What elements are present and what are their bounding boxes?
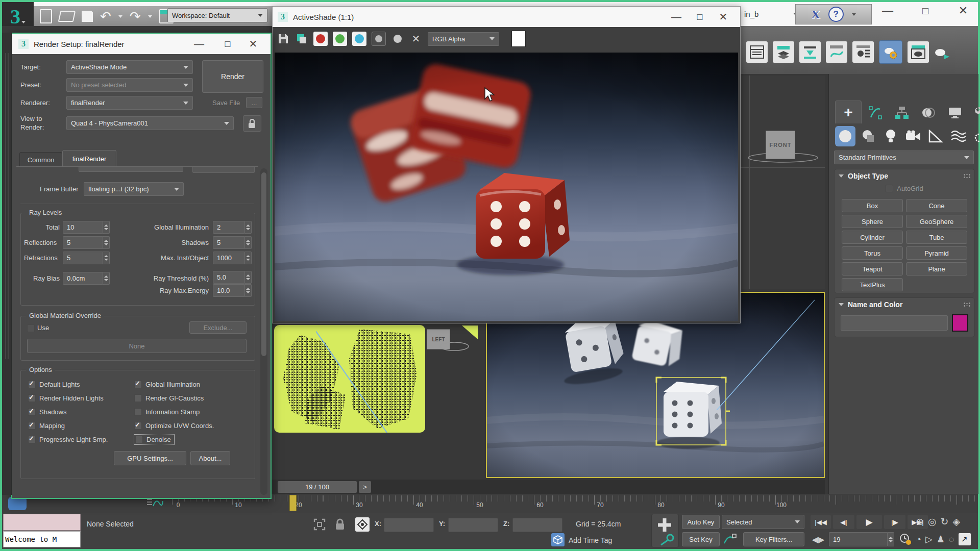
activeshade-titlebar[interactable]: 3 ActiveShade (1:1) — □ ✕ (273, 7, 740, 27)
help-icon[interactable]: ? (828, 7, 844, 22)
frame-spinner-arrows-icon[interactable] (888, 532, 894, 546)
primitive-button-torus[interactable]: Torus (842, 246, 903, 260)
object-name-field[interactable] (841, 315, 948, 331)
primitive-button-sphere[interactable]: Sphere (842, 215, 903, 228)
max-inst-value[interactable]: 1000 (213, 252, 245, 264)
y-coord-field[interactable] (448, 518, 498, 532)
main-minimize-button[interactable]: — (876, 4, 899, 17)
maxscript-listener-white[interactable]: Welcome to M (3, 531, 81, 547)
workspace-dropdown[interactable]: Workspace: Default (167, 8, 267, 22)
transform-typein-icon[interactable] (355, 517, 370, 532)
frame-buffer-dropdown[interactable]: floating p...t (32 bpc) (84, 182, 184, 196)
z-coord-field[interactable] (512, 518, 562, 532)
clear-image-icon[interactable]: ✕ (409, 32, 423, 45)
autogrid-checkbox[interactable] (886, 185, 893, 192)
primitive-button-geosphere[interactable]: GeoSphere (906, 215, 967, 228)
set-key-button[interactable]: Set Key (682, 532, 720, 546)
reflections-spinner[interactable]: 5 (63, 236, 110, 249)
category-shapes-icon[interactable] (859, 126, 878, 146)
next-frame-button[interactable]: > (359, 481, 371, 493)
override-use-checkbox[interactable] (27, 324, 35, 332)
open-file-icon[interactable] (58, 11, 76, 22)
zoom-icon[interactable]: ⊕ (916, 516, 924, 528)
option-information-stamp[interactable]: Information Stamp (134, 408, 200, 416)
x-coord-field[interactable] (384, 518, 434, 532)
option-shadows[interactable]: Shadows (28, 408, 66, 416)
play-button[interactable]: ▶ (856, 515, 882, 529)
refractions-spinner[interactable]: 5 (63, 252, 110, 264)
walk-through-icon[interactable]: ♟ (937, 534, 945, 545)
about-button[interactable]: About... (190, 451, 230, 465)
isolate-selection-icon[interactable] (312, 518, 327, 531)
undo-icon[interactable]: ↶ (100, 10, 111, 23)
red-channel-toggle[interactable] (313, 32, 328, 46)
channel-display-dropdown[interactable]: RGB Alpha (428, 32, 499, 46)
primitive-button-cone[interactable]: Cone (906, 199, 967, 212)
curve-editor-icon[interactable] (826, 41, 847, 63)
help-caret-icon[interactable] (852, 13, 856, 16)
gpu-settings-button[interactable]: GPU Settings... (114, 451, 186, 465)
render-gi-caustics-checkbox[interactable] (134, 394, 142, 402)
option-render-gi-caustics[interactable]: Render GI-Caustics (134, 394, 204, 402)
viewport-left[interactable] (274, 325, 425, 433)
render-button[interactable]: Render (202, 60, 263, 93)
category-systems-icon[interactable] (971, 126, 980, 146)
shadows-checkbox[interactable] (28, 408, 36, 416)
blue-channel-toggle[interactable] (352, 32, 366, 46)
category-spacewarps-icon[interactable] (948, 126, 968, 146)
total-value[interactable]: 10 (63, 221, 103, 234)
activeshade-minimize-button[interactable]: — (665, 11, 688, 23)
max-inst-spinner[interactable]: 1000 (213, 252, 252, 264)
create-key-button[interactable] (651, 514, 679, 547)
primitive-category-dropdown[interactable]: Standard Primitives (834, 151, 974, 164)
option-default-lights[interactable]: Default Lights (28, 381, 80, 388)
renderer-dropdown[interactable]: finalRender (66, 96, 193, 110)
category-helpers-icon[interactable] (926, 126, 945, 146)
gi-levels-value[interactable]: 2 (213, 221, 245, 234)
monochrome-toggle[interactable] (391, 32, 404, 45)
exchange-icon[interactable]: X (811, 8, 820, 21)
zoom-region-icon[interactable]: ◈ (952, 516, 960, 528)
shadows-levels-spinner[interactable]: 5 (213, 236, 252, 249)
object-color-swatch[interactable] (952, 314, 968, 332)
progressive-light-checkbox[interactable] (28, 436, 36, 443)
option-optimize-uvw[interactable]: Optimize UVW Coords. (134, 422, 214, 430)
refractions-value[interactable]: 5 (63, 252, 103, 264)
ray-max-energy-spinner[interactable]: 10.0 (213, 284, 252, 297)
ribbon-toggle-icon[interactable] (799, 41, 821, 63)
rollout-grip-icon[interactable] (963, 302, 970, 307)
redo-caret-icon[interactable] (148, 15, 152, 18)
save-file-icon[interactable] (82, 11, 93, 22)
rollout-grip-icon[interactable] (963, 173, 970, 179)
clone-rendered-frame-icon[interactable] (295, 32, 308, 45)
tab-utilities[interactable] (969, 103, 980, 123)
render-production-icon[interactable] (934, 41, 949, 63)
auto-key-button[interactable]: Auto Key (682, 515, 720, 529)
save-file-browse-button[interactable]: ... (246, 97, 262, 108)
green-channel-toggle[interactable] (333, 32, 347, 46)
next-frame-step-button[interactable]: |▶ (884, 515, 905, 529)
denoise-checkbox[interactable] (135, 436, 143, 443)
previous-frame-button[interactable]: ◀| (833, 515, 854, 529)
tab-motion[interactable] (916, 103, 941, 123)
category-geometry-icon[interactable] (835, 126, 855, 146)
layer-explorer-icon[interactable] (773, 41, 794, 63)
key-filters-button[interactable]: Key Filters... (743, 532, 804, 546)
default-lights-checkbox[interactable] (28, 381, 36, 388)
tab-modify[interactable] (863, 103, 888, 123)
total-spinner[interactable]: 10 (63, 221, 110, 234)
override-exclude-button[interactable]: Exclude... (189, 321, 247, 334)
option-progressive-light[interactable]: Progressive Light Smp. (28, 436, 108, 443)
mapping-checkbox[interactable] (28, 422, 36, 430)
option-mapping[interactable]: Mapping (28, 422, 65, 430)
current-frame-value[interactable]: 19 (829, 532, 888, 546)
main-close-button[interactable]: ✕ (951, 4, 975, 17)
tab-hierarchy[interactable] (889, 103, 915, 123)
target-dropdown[interactable]: ActiveShade Mode (66, 60, 193, 74)
view-lock-icon[interactable] (243, 115, 261, 132)
maximize-viewport-toggle-icon[interactable]: ↗ (959, 533, 971, 545)
activeshade-maximize-button[interactable]: □ (688, 12, 712, 22)
ray-bias-value[interactable]: 0.0cm (63, 272, 103, 285)
selection-lock-icon[interactable] (333, 518, 347, 531)
gi-levels-spinner[interactable]: 2 (213, 221, 252, 234)
